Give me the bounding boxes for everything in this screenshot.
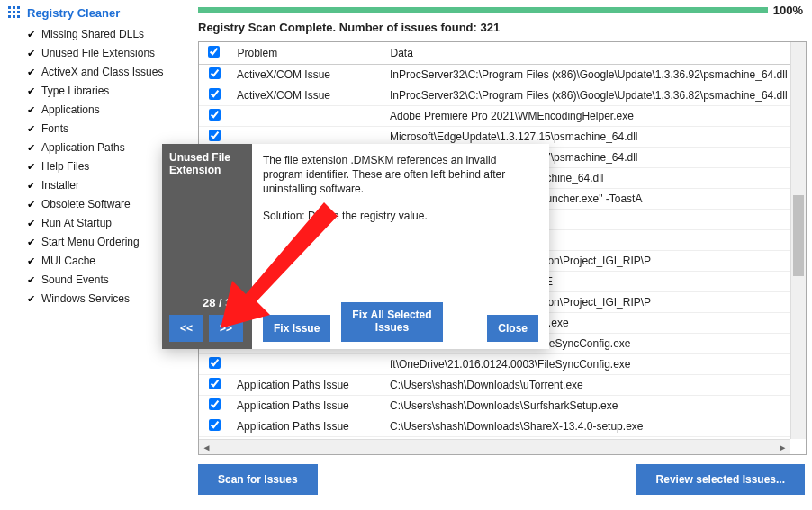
row-data: C:\Users\shash\Downloads\uTorrent.exe — [383, 374, 806, 395]
check-icon: ✔ — [25, 216, 36, 231]
check-icon: ✔ — [25, 273, 36, 288]
row-check-cell[interactable] — [199, 85, 230, 105]
check-icon: ✔ — [25, 235, 36, 250]
table-row[interactable]: Adobe Premiere Pro 2021\WMEncodingHelper… — [199, 105, 806, 126]
row-check-cell[interactable] — [199, 374, 230, 395]
sidebar-item-label: Type Libraries — [41, 84, 109, 99]
sidebar-item[interactable]: ✔Applications — [7, 101, 198, 120]
close-popup-button[interactable]: Close — [487, 315, 538, 342]
popup-title: Unused File Extension — [169, 151, 245, 177]
fix-all-button[interactable]: Fix All SelectedIssues — [341, 302, 442, 342]
sidebar-item-label: ActiveX and Class Issues — [41, 65, 163, 80]
check-icon: ✔ — [25, 65, 36, 80]
select-all-checkbox[interactable] — [208, 46, 220, 58]
sidebar-item-label: MUI Cache — [41, 254, 95, 269]
table-row[interactable]: ActiveX/COM IssueInProcServer32\C:\Progr… — [199, 85, 806, 105]
sidebar-item-label: Installer — [41, 178, 79, 193]
horizontal-scrollbar[interactable]: ◄ ► — [199, 439, 790, 454]
row-problem — [230, 353, 383, 374]
table-row[interactable]: ft\OneDrive\21.016.0124.0003\FileSyncCon… — [199, 353, 806, 374]
check-icon: ✔ — [25, 84, 36, 99]
scan-button[interactable]: Scan for Issues — [198, 464, 318, 495]
row-data: InProcServer32\C:\Program Files (x86)\Go… — [383, 64, 806, 85]
row-checkbox[interactable] — [209, 88, 221, 100]
check-icon: ✔ — [25, 140, 36, 156]
scroll-right-icon[interactable]: ► — [775, 440, 790, 454]
row-problem: ActiveX/COM Issue — [230, 85, 383, 105]
grid-icon — [7, 5, 22, 20]
issue-detail-popup: Unused File Extension 28 / 321 << >> The… — [162, 144, 549, 349]
prev-issue-button[interactable]: << — [169, 315, 203, 342]
check-icon: ✔ — [25, 103, 36, 118]
check-icon: ✔ — [25, 27, 36, 42]
row-checkbox[interactable] — [209, 109, 221, 121]
sidebar-item-label: Unused File Extensions — [41, 46, 155, 61]
popup-body: The file extension .DMSKM references an … — [252, 144, 549, 349]
table-row[interactable]: Application Paths IssueC:\Users\shash\Do… — [199, 374, 806, 395]
review-button[interactable]: Review selected Issues... — [636, 464, 805, 495]
sidebar-item-label: Start Menu Ordering — [41, 235, 140, 250]
row-checkbox[interactable] — [209, 130, 221, 141]
row-checkbox[interactable] — [209, 419, 221, 431]
row-checkbox[interactable] — [209, 398, 221, 410]
svg-rect-3 — [8, 11, 11, 13]
row-checkbox[interactable] — [209, 357, 221, 369]
svg-rect-6 — [8, 15, 11, 18]
sidebar-item-label: Obsolete Software — [41, 197, 131, 212]
row-problem: Application Paths Issue — [230, 374, 383, 395]
sidebar-item[interactable]: ✔ActiveX and Class Issues — [7, 63, 198, 82]
popup-solution: Solution: Delete the registry value. — [263, 210, 538, 222]
row-check-cell[interactable] — [199, 416, 230, 436]
svg-rect-7 — [13, 15, 15, 18]
fix-all-label: Fix All SelectedIssues — [352, 309, 431, 334]
svg-rect-5 — [17, 11, 20, 13]
check-icon: ✔ — [25, 178, 36, 193]
table-row[interactable]: ActiveX/COM IssueInProcServer32\C:\Progr… — [199, 64, 806, 85]
table-row[interactable]: Application Paths IssueC:\Users\shash\Do… — [199, 395, 806, 416]
svg-rect-8 — [17, 15, 20, 18]
svg-rect-0 — [8, 6, 11, 9]
sidebar-item[interactable]: ✔Unused File Extensions — [7, 44, 198, 63]
col-problem[interactable]: Problem — [230, 42, 383, 64]
sidebar-item-label: Sound Events — [41, 273, 109, 288]
progress-percent: 100% — [773, 4, 803, 17]
row-problem: ActiveX/COM Issue — [230, 64, 383, 85]
sidebar-item-label: Windows Services — [41, 291, 130, 307]
vertical-scroll-thumb[interactable] — [793, 195, 804, 276]
sidebar-item-label: Application Paths — [41, 140, 125, 156]
row-check-cell[interactable] — [199, 395, 230, 416]
svg-rect-4 — [13, 11, 15, 13]
progress-bar — [198, 7, 768, 13]
sidebar-title: Registry Cleaner — [27, 6, 120, 20]
row-checkbox[interactable] — [209, 378, 221, 389]
col-data[interactable]: Data — [383, 42, 806, 64]
popup-counter: 28 / 321 — [169, 296, 245, 315]
scroll-left-icon[interactable]: ◄ — [199, 440, 214, 454]
sidebar-header[interactable]: Registry Cleaner — [7, 4, 198, 25]
sidebar-item-label: Fonts — [41, 121, 68, 137]
fix-issue-button[interactable]: Fix Issue — [263, 315, 330, 342]
progress-row: 100% — [198, 0, 808, 19]
row-check-cell[interactable] — [199, 64, 230, 85]
vertical-scrollbar[interactable] — [790, 42, 806, 439]
next-issue-button[interactable]: >> — [209, 315, 243, 342]
sidebar-item-label: Help Files — [41, 159, 89, 174]
sidebar-item-label: Applications — [41, 103, 100, 118]
check-icon: ✔ — [25, 291, 36, 307]
svg-rect-2 — [17, 6, 20, 9]
check-icon: ✔ — [25, 121, 36, 137]
scan-status: Registry Scan Complete. Number of issues… — [198, 19, 808, 41]
row-data: C:\Users\shash\Downloads\SurfsharkSetup.… — [383, 395, 806, 416]
table-row[interactable]: Application Paths IssueC:\Users\shash\Do… — [199, 416, 806, 436]
col-check[interactable] — [199, 42, 230, 64]
check-icon: ✔ — [25, 197, 36, 212]
sidebar-item[interactable]: ✔Type Libraries — [7, 82, 198, 101]
row-check-cell[interactable] — [199, 353, 230, 374]
footer-buttons: Scan for Issues Review selected Issues..… — [198, 455, 808, 495]
popup-side: Unused File Extension 28 / 321 << >> — [162, 144, 252, 349]
sidebar-item[interactable]: ✔Missing Shared DLLs — [7, 25, 198, 44]
row-checkbox[interactable] — [209, 67, 221, 79]
popup-description: The file extension .DMSKM references an … — [263, 153, 538, 197]
sidebar-item[interactable]: ✔Fonts — [7, 120, 198, 139]
row-check-cell[interactable] — [199, 105, 230, 126]
